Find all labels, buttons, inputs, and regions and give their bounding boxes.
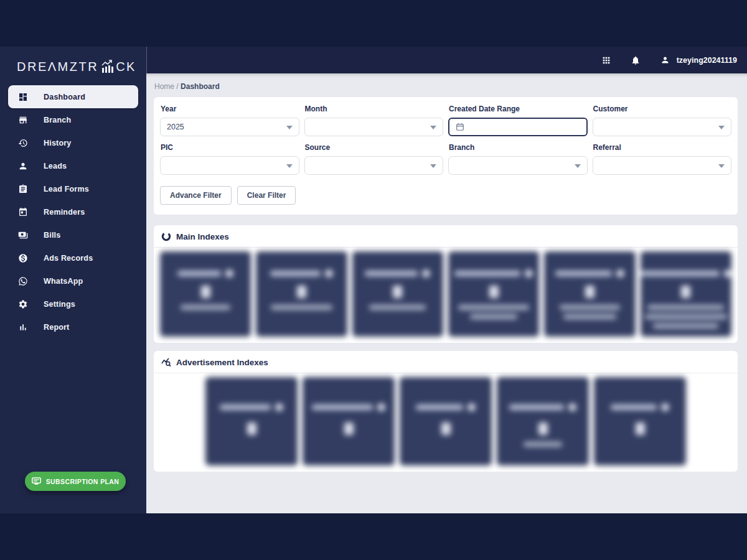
card-value-blurred: [344, 422, 354, 435]
filter-field-year: Year2025: [160, 103, 299, 136]
card-value-blurred: [441, 422, 451, 435]
main-index-card-blurred: [641, 251, 731, 337]
sidebar-item-label: Bills: [44, 231, 60, 240]
main-indexes-header: Main Indexes: [154, 225, 738, 248]
gear-icon: [17, 299, 28, 309]
username-label[interactable]: tzeying20241119: [677, 56, 737, 65]
sidebar-nav: DashboardBranchHistoryLeadsLead FormsRem…: [0, 85, 146, 338]
sidebar-item-label: Leads: [44, 162, 67, 170]
filter-panel: Year2025MonthCreated Date RangeCustomerP…: [154, 97, 738, 215]
chevron-down-icon: [286, 126, 293, 129]
sidebar-item-settings[interactable]: Settings: [8, 292, 138, 315]
subscription-plan-label: SUBSCRIPTION PLAN: [46, 478, 120, 485]
topbar: tzeying20241119: [146, 47, 747, 73]
main-index-card-blurred: [448, 251, 539, 337]
ad-index-card-blurred: [205, 377, 298, 465]
breadcrumb-home-link[interactable]: Home: [154, 82, 174, 91]
ad-index-card-blurred: [594, 377, 686, 465]
history-icon: [17, 138, 28, 148]
filter-field-referral: Referral: [593, 142, 732, 175]
filter-grid: Year2025MonthCreated Date RangeCustomerP…: [160, 103, 731, 175]
card-icon-blurred: [377, 403, 385, 411]
filter-field-created-date-range: Created Date Range: [448, 103, 588, 136]
card-icon-blurred: [525, 269, 533, 278]
clipboard-icon: [17, 184, 28, 194]
whatsapp-icon: [17, 276, 28, 286]
banknote-icon: [17, 230, 28, 240]
breadcrumb-separator: /: [176, 82, 178, 91]
chevron-down-icon: [430, 126, 436, 129]
card-value-blurred: [247, 422, 256, 435]
sidebar-item-label: Lead Forms: [44, 185, 89, 194]
filter-field-customer: Customer: [593, 103, 732, 136]
dollar-icon: [17, 253, 28, 263]
card-value-blurred: [636, 422, 645, 435]
card-value-blurred: [681, 286, 690, 298]
card-value-blurred: [393, 286, 402, 298]
chevron-down-icon: [430, 164, 436, 168]
sidebar-item-label: Settings: [44, 300, 75, 309]
dashboard-icon: [17, 91, 28, 102]
subscription-plan-button[interactable]: SUBSCRIPTION PLAN: [25, 472, 126, 491]
chevron-down-icon: [575, 164, 581, 168]
clear-filter-button[interactable]: Clear Filter: [237, 186, 296, 205]
card-icon-blurred: [616, 269, 624, 278]
ad-indexes-title: Advertisement Indexes: [176, 358, 268, 367]
chevron-down-icon: [286, 164, 293, 168]
sidebar-item-reminders[interactable]: Reminders: [8, 200, 138, 223]
select-branch[interactable]: [448, 156, 588, 175]
sidebar-item-lead-forms[interactable]: Lead Forms: [8, 177, 138, 200]
filter-buttons-row: Advance Filter Clear Filter: [160, 186, 731, 205]
sidebar-item-dashboard[interactable]: Dashboard: [8, 85, 138, 108]
sidebar-item-label: WhatsApp: [44, 277, 83, 286]
sidebar-item-ads-records[interactable]: Ads Records: [8, 246, 138, 269]
field-label: Branch: [449, 143, 588, 152]
field-label: PIC: [161, 143, 299, 152]
sidebar-item-history[interactable]: History: [8, 131, 138, 154]
card-icon-blurred: [325, 269, 333, 278]
main-content: Home / Dashboard Year2025MonthCreated Da…: [146, 73, 747, 513]
main-indexes-cards: [154, 248, 738, 343]
ad-indexes-header: Advertisement Indexes: [154, 351, 738, 373]
card-icon-blurred: [724, 269, 731, 278]
calendar-icon: [17, 207, 28, 217]
sidebar-item-label: Ads Records: [44, 254, 93, 263]
chevron-down-icon: [718, 126, 725, 129]
card-value-blurred: [489, 286, 499, 298]
notifications-bell-icon[interactable]: [630, 55, 641, 66]
sidebar-item-report[interactable]: Report: [8, 315, 138, 338]
user-avatar-icon[interactable]: [660, 55, 671, 66]
field-label: Month: [305, 105, 444, 113]
select-year[interactable]: 2025: [160, 118, 299, 136]
main-index-card-blurred: [256, 251, 347, 337]
sidebar-item-whatsapp[interactable]: WhatsApp: [8, 269, 138, 292]
logo-text-suffix: CK: [116, 60, 136, 74]
apps-grid-icon[interactable]: [601, 55, 612, 66]
field-value: 2025: [167, 123, 184, 131]
person-icon: [17, 161, 28, 171]
donut-icon: [161, 231, 171, 241]
card-icon-blurred: [422, 269, 430, 278]
select-referral[interactable]: [593, 156, 732, 175]
breadcrumb-current: Dashboard: [181, 82, 220, 91]
select-pic[interactable]: [160, 156, 299, 175]
card-value-blurred: [201, 286, 210, 298]
select-customer[interactable]: [593, 118, 732, 136]
sidebar: DREΛMZTR CK DashboardBranchHistoryLeadsL…: [0, 47, 146, 513]
select-source[interactable]: [304, 156, 444, 175]
sidebar-item-leads[interactable]: Leads: [8, 154, 138, 177]
main-index-card-blurred: [160, 251, 251, 337]
advance-filter-button[interactable]: Advance Filter: [160, 186, 232, 205]
select-month[interactable]: [304, 118, 444, 136]
chevron-down-icon: [718, 164, 725, 168]
ad-indexes-panel: Advertisement Indexes: [154, 351, 738, 472]
card-icon-blurred: [467, 403, 476, 411]
ad-index-card-blurred: [400, 377, 492, 465]
card-icon-blurred: [275, 403, 283, 411]
sidebar-item-bills[interactable]: Bills: [8, 223, 138, 246]
ad-index-card-blurred: [303, 377, 395, 465]
trend-search-icon: [161, 357, 171, 367]
date-range-input[interactable]: [448, 118, 588, 136]
sidebar-item-label: Branch: [44, 116, 71, 124]
sidebar-item-branch[interactable]: Branch: [8, 108, 138, 131]
